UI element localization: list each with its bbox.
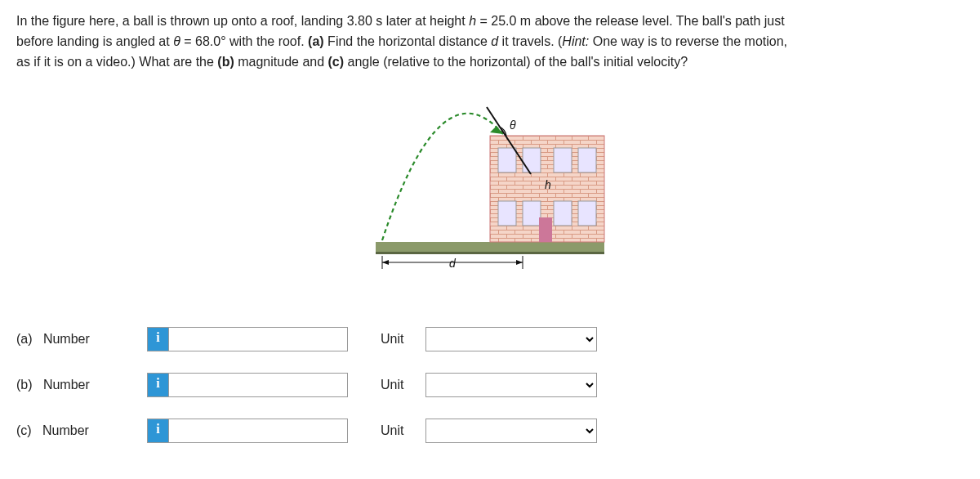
text: before landing is angled at bbox=[16, 34, 173, 48]
unit-label: Unit bbox=[381, 332, 425, 347]
answer-row-b: (b) Number i Unit bbox=[16, 373, 964, 397]
svg-rect-9 bbox=[523, 148, 541, 172]
text: = 25.0 m above the release level. The ba… bbox=[476, 14, 785, 28]
svg-rect-10 bbox=[554, 148, 572, 172]
answer-b-unit-select[interactable] bbox=[425, 373, 597, 397]
problem-text: In the figure here, a ball is thrown up … bbox=[16, 11, 964, 72]
answer-c-label: (c) Number bbox=[16, 423, 147, 438]
answer-row-a: (a) Number i Unit bbox=[16, 327, 964, 351]
answer-b-number-input[interactable] bbox=[168, 373, 348, 397]
svg-rect-8 bbox=[498, 148, 516, 172]
svg-rect-15 bbox=[578, 201, 596, 226]
text: One way is to reverse the motion, bbox=[589, 34, 787, 48]
svg-rect-1 bbox=[376, 252, 604, 254]
text: = 68.0° with the roof. bbox=[180, 34, 308, 48]
text: it travels. ( bbox=[498, 34, 562, 48]
var-h: h bbox=[469, 14, 476, 28]
unit-label: Unit bbox=[381, 423, 425, 438]
answer-a-unit-select[interactable] bbox=[425, 327, 597, 351]
hint-label: Hint: bbox=[562, 34, 589, 48]
part-c-label: (c) bbox=[328, 55, 345, 69]
part-b-label: (b) bbox=[217, 55, 234, 69]
text: as if it is on a video.) What are the bbox=[16, 55, 217, 69]
text: angle (relative to the horizontal) of th… bbox=[344, 55, 688, 69]
info-icon[interactable]: i bbox=[147, 327, 168, 351]
answer-row-c: (c) Number i Unit bbox=[16, 419, 964, 443]
svg-rect-16 bbox=[539, 217, 552, 242]
answer-b-label: (b) Number bbox=[16, 378, 147, 392]
info-icon[interactable]: i bbox=[147, 419, 168, 443]
svg-marker-22 bbox=[382, 260, 389, 265]
var-theta: θ bbox=[173, 34, 180, 48]
text: In the figure here, a ball is thrown up … bbox=[16, 14, 469, 28]
problem-figure: θ h d bbox=[16, 87, 964, 278]
answer-c-number-input[interactable] bbox=[168, 419, 348, 443]
svg-marker-23 bbox=[516, 260, 523, 265]
part-a-label: (a) bbox=[308, 34, 324, 48]
text: magnitude and bbox=[234, 55, 328, 69]
var-d: d bbox=[491, 34, 498, 48]
answer-a-label: (a) Number bbox=[16, 332, 147, 347]
text: Find the horizontal distance bbox=[324, 34, 492, 48]
fig-h-label: h bbox=[545, 178, 551, 191]
answer-c-unit-select[interactable] bbox=[425, 419, 597, 443]
svg-rect-14 bbox=[554, 201, 572, 226]
svg-rect-11 bbox=[578, 148, 596, 172]
unit-label: Unit bbox=[381, 378, 425, 392]
svg-rect-12 bbox=[498, 201, 516, 226]
svg-rect-13 bbox=[523, 201, 541, 226]
answer-a-number-input[interactable] bbox=[168, 327, 348, 351]
info-icon[interactable]: i bbox=[147, 373, 168, 397]
fig-d-label: d bbox=[449, 257, 457, 270]
svg-rect-0 bbox=[376, 242, 604, 252]
fig-theta-label: θ bbox=[510, 119, 516, 132]
